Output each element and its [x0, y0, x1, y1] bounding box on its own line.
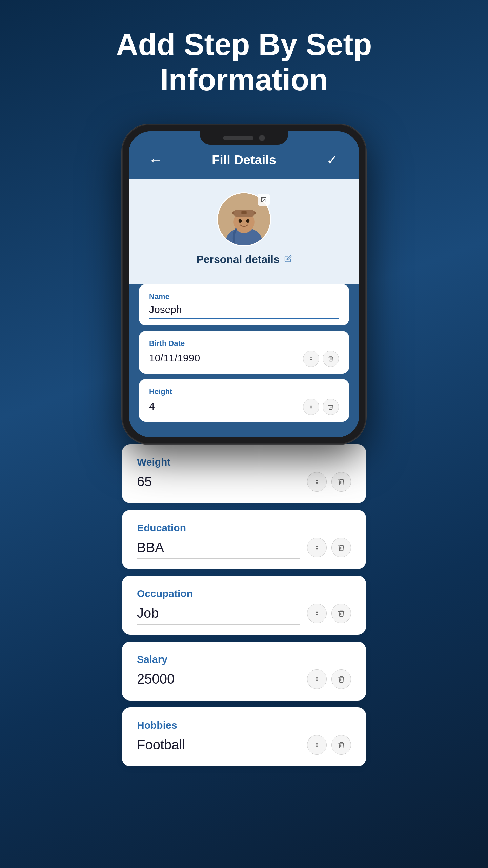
salary-label: Salary — [137, 654, 351, 665]
name-value[interactable]: Joseph — [149, 304, 339, 319]
notch-camera — [259, 135, 265, 141]
check-button[interactable]: ✓ — [322, 152, 342, 168]
hobbies-value[interactable]: Football — [137, 737, 300, 756]
occupation-card: Occupation Job — [122, 576, 366, 635]
height-label: Height — [149, 387, 339, 396]
height-controls — [303, 399, 339, 415]
name-label: Name — [149, 292, 339, 301]
phone-frame: ← Fill Details ✓ — [122, 124, 366, 444]
back-button[interactable]: ← — [146, 152, 166, 169]
weight-value[interactable]: 65 — [137, 474, 300, 493]
notch-speaker — [223, 136, 253, 140]
header-title: Fill Details — [212, 153, 276, 167]
occupation-sort-button[interactable] — [307, 604, 327, 623]
education-sort-button[interactable] — [307, 538, 327, 557]
occupation-controls — [307, 604, 351, 625]
weight-label: Weight — [137, 456, 351, 468]
weight-delete-button[interactable] — [331, 472, 351, 492]
education-value[interactable]: BBA — [137, 540, 300, 559]
hobbies-card: Hobbies Football — [122, 707, 366, 766]
birth-date-label: Birth Date — [149, 339, 339, 348]
avatar-wrapper — [217, 192, 271, 246]
birth-date-sort-button[interactable] — [303, 351, 319, 367]
hobbies-delete-button[interactable] — [331, 735, 351, 755]
salary-value[interactable]: 25000 — [137, 671, 300, 690]
salary-controls — [307, 669, 351, 690]
weight-controls — [307, 472, 351, 493]
svg-rect-6 — [241, 211, 246, 214]
education-card: Education BBA — [122, 510, 366, 569]
svg-point-10 — [262, 198, 263, 199]
occupation-delete-button[interactable] — [331, 604, 351, 623]
height-field: Height 4 — [139, 379, 349, 422]
height-delete-button[interactable] — [323, 399, 339, 415]
phone-notch — [200, 131, 288, 145]
section-edit-icon[interactable] — [284, 255, 292, 264]
image-icon — [261, 197, 267, 203]
salary-delete-button[interactable] — [331, 669, 351, 689]
outside-cards: Weight 65 Education — [122, 444, 366, 773]
svg-point-8 — [246, 219, 250, 223]
salary-sort-button[interactable] — [307, 669, 327, 689]
hobbies-controls — [307, 735, 351, 756]
occupation-value[interactable]: Job — [137, 606, 300, 625]
birth-date-delete-button[interactable] — [323, 351, 339, 367]
phone-bottom-spacer — [129, 427, 359, 437]
birth-date-value[interactable]: 10/11/1990 — [149, 352, 298, 367]
height-value[interactable]: 4 — [149, 400, 298, 415]
hobbies-label: Hobbies — [137, 719, 351, 731]
section-title: Personal details — [196, 253, 291, 266]
phone-screen: ← Fill Details ✓ — [129, 131, 359, 437]
education-label: Education — [137, 522, 351, 534]
hobbies-sort-button[interactable] — [307, 735, 327, 755]
weight-card: Weight 65 — [122, 444, 366, 503]
profile-section: Personal details — [129, 179, 359, 284]
salary-card: Salary 25000 — [122, 642, 366, 701]
height-sort-button[interactable] — [303, 399, 319, 415]
avatar-edit-button[interactable] — [258, 194, 270, 206]
occupation-label: Occupation — [137, 588, 351, 599]
weight-sort-button[interactable] — [307, 472, 327, 492]
name-field: Name Joseph — [139, 284, 349, 326]
education-delete-button[interactable] — [331, 538, 351, 557]
birth-date-field: Birth Date 10/11/1990 — [139, 331, 349, 374]
birth-date-controls — [303, 351, 339, 367]
page-title: Add Step By Setp Information — [82, 27, 406, 97]
education-controls — [307, 538, 351, 559]
svg-point-7 — [239, 219, 242, 223]
